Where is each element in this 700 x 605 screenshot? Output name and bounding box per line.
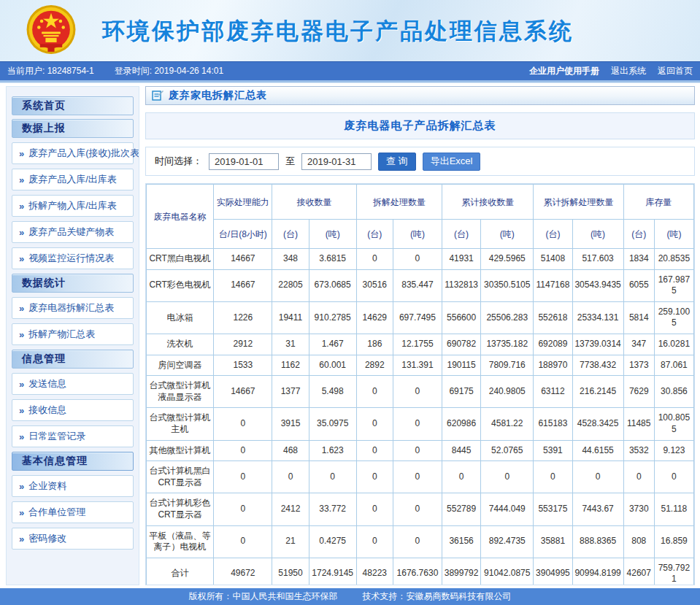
current-user: 当前用户: 18248754-1 [7, 65, 94, 77]
value-cell: 25334.131 [572, 301, 623, 334]
sidebar-item[interactable]: »发送信息 [12, 373, 134, 395]
value-cell: 186 [356, 334, 393, 355]
value-cell: 0 [356, 493, 393, 525]
value-cell: 0 [356, 440, 393, 461]
sidebar-item[interactable]: »废弃电器拆解汇总表 [12, 297, 134, 319]
value-cell: 21 [272, 525, 309, 558]
home-link[interactable]: 返回首页 [658, 65, 693, 77]
query-button[interactable]: 查 询 [378, 153, 416, 171]
sidebar-item[interactable]: »拆解产物汇总表 [12, 323, 134, 345]
value-cell: 0 [393, 440, 442, 461]
sidebar-item[interactable]: »合作单位管理 [12, 501, 134, 523]
col-header-capacity: 实际处理能力 [214, 185, 272, 220]
value-cell: 1.623 [309, 440, 356, 461]
login-time: 登录时间: 2019-04-26 14:01 [115, 65, 223, 77]
unit-tai: (台) [534, 220, 572, 249]
sidebar-section-header[interactable]: 数据统计 [12, 274, 134, 293]
double-arrow-icon: » [19, 253, 24, 264]
unit-tai: (台) [272, 220, 309, 249]
value-cell: 0 [393, 461, 442, 493]
value-cell: 14629 [356, 301, 393, 334]
value-cell: 7443.67 [572, 493, 623, 525]
appliance-name-cell: 电冰箱 [147, 301, 214, 334]
national-emblem-icon [18, 3, 85, 58]
date-from-input[interactable] [209, 153, 279, 170]
value-cell: 0 [654, 461, 693, 493]
system-title: 环境保护部废弃电器电子产品处理信息系统 [102, 16, 574, 47]
sidebar-item[interactable]: »废弃产品入库/出库表 [12, 169, 134, 190]
value-cell: 42607 [623, 558, 654, 585]
footer-bar: 版权所有：中国人民共和国生态环保部 技术支持：安徽易商数码科技有限公司 [0, 588, 700, 605]
value-cell: 14667 [214, 249, 272, 270]
table-row: 房间空调器1533116260.0012892131.3911901157809… [147, 355, 694, 376]
sidebar-item-label: 信息管理 [22, 352, 66, 366]
value-cell: 1533 [214, 355, 272, 376]
value-cell: 0 [214, 408, 272, 440]
value-cell: 0 [214, 461, 272, 493]
value-cell: 0 [393, 493, 442, 525]
value-cell: 1226 [214, 301, 272, 334]
sidebar-section-header[interactable]: 基本信息管理 [12, 452, 134, 471]
value-cell: 910.2785 [309, 301, 356, 334]
value-cell: 16.0281 [654, 334, 693, 355]
value-cell: 835.447 [393, 269, 442, 301]
sidebar-item[interactable]: »企业资料 [12, 475, 134, 497]
value-cell: 0 [309, 461, 356, 493]
value-cell: 0.4275 [309, 525, 356, 558]
value-cell: 20.8535 [654, 249, 693, 270]
value-cell: 60.001 [309, 355, 356, 376]
sidebar-item[interactable]: »拆解产物入库/出库表 [12, 195, 134, 217]
value-cell: 615183 [534, 408, 572, 440]
value-cell: 553175 [534, 493, 572, 525]
sidebar-item[interactable]: »接收信息 [12, 399, 134, 421]
sidebar-item-label: 废弃电器拆解汇总表 [28, 301, 114, 315]
double-arrow-icon: » [19, 174, 24, 185]
double-arrow-icon: » [19, 329, 24, 340]
sidebar-section-header[interactable]: 系统首页 [12, 96, 134, 115]
value-cell: 44.6155 [572, 440, 623, 461]
sidebar-item[interactable]: »密码修改 [12, 528, 134, 550]
app-window: 环境保护部废弃电器电子产品处理信息系统 当前用户: 18248754-1 登录时… [0, 0, 700, 605]
date-to-input[interactable] [301, 153, 372, 170]
value-cell: 0 [623, 461, 654, 493]
sidebar-item-label: 视频监控运行情况表 [28, 252, 114, 265]
value-cell: 11485 [623, 408, 654, 440]
sidebar-item[interactable]: »废弃产品关键产物表 [12, 221, 134, 243]
appliance-name-cell: 台式计算机黑白CRT显示器 [147, 461, 214, 493]
value-cell: 9.123 [654, 440, 693, 461]
sidebar-item[interactable]: »视频监控运行情况表 [12, 247, 134, 269]
unit-dun: (吨) [572, 220, 623, 249]
export-excel-button[interactable]: 导出Excel [423, 153, 481, 171]
sidebar-item-label: 企业资料 [28, 479, 66, 493]
sidebar-item[interactable]: »废弃产品入库(接收)批次表 [12, 142, 134, 164]
user-manual-link[interactable]: 企业用户使用手册 [529, 65, 599, 77]
sidebar-item-label: 基本信息管理 [22, 455, 88, 468]
value-cell: 30350.5105 [481, 269, 534, 301]
value-cell: 673.0685 [309, 269, 356, 301]
appliance-name-cell: 房间空调器 [147, 355, 214, 376]
value-cell: 0 [356, 408, 393, 440]
logout-link[interactable]: 退出系统 [611, 65, 646, 77]
sidebar-item-label: 系统首页 [22, 99, 66, 112]
value-cell: 51.118 [654, 493, 693, 525]
value-cell: 3730 [623, 493, 654, 525]
sidebar-section-header[interactable]: 数据上报 [12, 119, 134, 138]
sidebar-item[interactable]: »日常监管记录 [12, 425, 134, 447]
summary-table-body: CRT黑白电视机146673483.68150041931429.5965514… [147, 249, 694, 586]
summary-table-panel: 废弃电器名称 实际处理能力 接收数量 拆解处理数量 累计接收数量 累计拆解处理数… [145, 183, 695, 585]
double-arrow-icon: » [19, 507, 24, 518]
value-cell: 14667 [214, 376, 272, 408]
value-cell: 33.772 [309, 493, 356, 525]
user-bar: 当前用户: 18248754-1 登录时间: 2019-04-26 14:01 … [0, 61, 700, 80]
value-cell: 216.2145 [572, 376, 623, 408]
sidebar-item-label: 密码修改 [28, 532, 66, 545]
value-cell: 190115 [442, 355, 481, 376]
value-cell: 167.9875 [654, 269, 693, 301]
value-cell: 556600 [442, 301, 481, 334]
value-cell: 5814 [623, 301, 654, 334]
sidebar-section-header[interactable]: 信息管理 [12, 350, 134, 369]
value-cell: 1147168 [534, 269, 572, 301]
table-row: CRT黑白电视机146673483.68150041931429.5965514… [147, 249, 694, 270]
value-cell: 36156 [442, 525, 481, 558]
sidebar-item-label: 发送信息 [28, 377, 66, 390]
